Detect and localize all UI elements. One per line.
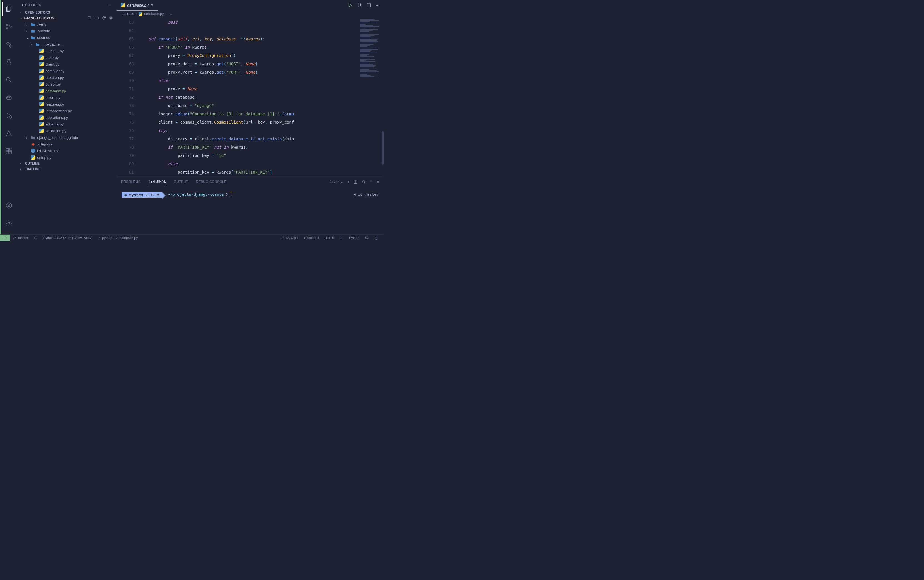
prompt-branch: ◀ ⎇ master (353, 192, 379, 196)
file-schema-py[interactable]: schema.py (18, 121, 117, 127)
folder-icon (31, 135, 36, 140)
file-tree: ›.venv›.vscode⌄cosmos›__pycache____init_… (16, 21, 117, 161)
folder-cosmos[interactable]: ⌄cosmos (18, 34, 117, 41)
file-compiler-py[interactable]: compiler.py (18, 68, 117, 74)
more-icon[interactable]: ⋯ (376, 3, 380, 8)
azure-icon[interactable] (2, 127, 16, 140)
minimap-scrollbar[interactable] (381, 131, 384, 165)
file---init---py[interactable]: __init__.py (18, 48, 117, 54)
source-control-icon[interactable] (2, 20, 16, 33)
breadcrumb[interactable]: cosmos › database.py › … (117, 11, 384, 18)
file-operations-py[interactable]: operations.py (18, 114, 117, 121)
status-diagnostics[interactable]: ✓ python | ✓ database.py (95, 236, 140, 240)
status-branch[interactable]: master (10, 236, 31, 240)
new-folder-icon[interactable] (94, 16, 99, 20)
account-icon[interactable] (2, 199, 16, 212)
svg-point-7 (7, 77, 10, 81)
explorer-icon[interactable] (2, 2, 16, 16)
python-icon (39, 88, 44, 93)
python-icon (39, 108, 44, 113)
remote-indicator[interactable] (0, 235, 10, 241)
svg-rect-14 (9, 151, 12, 154)
file-database-py[interactable]: database.py (18, 87, 117, 94)
file-cursor-py[interactable]: cursor.py (18, 81, 117, 87)
status-bell-icon[interactable] (371, 236, 381, 240)
file--gitignore[interactable]: ◆.gitignore (18, 141, 117, 147)
open-editors-section[interactable]: › OPEN EDITORS (16, 10, 117, 15)
file-errors-py[interactable]: errors.py (18, 94, 117, 101)
svg-point-26 (13, 237, 14, 237)
tab-database-py[interactable]: database.py ✕ (117, 0, 158, 11)
run-icon[interactable] (347, 3, 352, 8)
settings-group-icon[interactable] (2, 38, 16, 51)
panel-tab-problems[interactable]: PROBLEMS (121, 178, 140, 185)
breadcrumb-folder[interactable]: cosmos (122, 12, 134, 16)
file-client-py[interactable]: client.py (18, 61, 117, 68)
file-label: operations.py (46, 115, 68, 120)
minimap[interactable] (359, 18, 384, 176)
split-terminal-icon[interactable] (353, 180, 358, 184)
status-eol[interactable]: LF (337, 236, 346, 240)
file-base-py[interactable]: base.py (18, 54, 117, 61)
terminal[interactable]: ✱ system 2.7.15 ~/projects/django-cosmos… (117, 185, 384, 234)
file-features-py[interactable]: features.py (18, 101, 117, 107)
status-interpreter[interactable]: Python 3.8.2 64-bit ('.venv': venv) (41, 236, 95, 240)
folder--vscode[interactable]: ›.vscode (18, 28, 117, 34)
status-lang[interactable]: Python (346, 236, 362, 240)
bottom-panel: PROBLEMS TERMINAL OUTPUT DEBUG CONSOLE 1… (117, 176, 384, 234)
terminal-cursor (230, 192, 232, 197)
copilot-icon[interactable] (2, 91, 16, 104)
svg-rect-19 (88, 16, 90, 19)
folder--venv[interactable]: ›.venv (18, 21, 117, 28)
svg-rect-21 (111, 18, 112, 20)
status-encoding[interactable]: UTF-8 (322, 236, 337, 240)
search-icon[interactable] (2, 73, 16, 87)
testing-icon[interactable] (2, 56, 16, 69)
info-icon: i (31, 148, 36, 153)
outline-section[interactable]: ›OUTLINE (16, 161, 117, 166)
panel-tab-output[interactable]: OUTPUT (174, 178, 188, 185)
file-label: schema.py (46, 122, 64, 126)
status-feedback-icon[interactable] (362, 236, 371, 240)
file-creation-py[interactable]: creation.py (18, 74, 117, 81)
status-spaces[interactable]: Spaces: 4 (301, 236, 322, 240)
folder-django-cosmos-egg-info[interactable]: ›django_cosmos.egg-info (18, 134, 117, 141)
file-label: __init__.py (46, 49, 64, 53)
file-setup-py[interactable]: setup.py (18, 154, 117, 161)
python-icon (139, 12, 142, 16)
file-validation-py[interactable]: validation.py (18, 127, 117, 134)
run-debug-icon[interactable] (2, 109, 16, 122)
new-file-icon[interactable] (87, 16, 92, 20)
code-area[interactable]: pass def connect(self, url, key, databas… (139, 18, 359, 176)
new-terminal-icon[interactable]: + (347, 180, 350, 184)
status-sync-icon[interactable] (31, 236, 41, 240)
tab-filename: database.py (127, 3, 148, 8)
folder---pycache--[interactable]: ›__pycache__ (18, 41, 117, 48)
sidebar-more-icon[interactable]: ⋯ (108, 3, 111, 7)
breadcrumb-more[interactable]: … (168, 12, 172, 16)
prompt-badge: ✱ system 2.7.15 (122, 192, 162, 198)
close-panel-icon[interactable]: ✕ (376, 180, 380, 184)
collapse-icon[interactable] (109, 16, 113, 20)
refresh-icon[interactable] (102, 16, 106, 20)
gear-icon[interactable] (2, 217, 16, 230)
file-label: database.py (46, 89, 66, 93)
close-tab-icon[interactable]: ✕ (150, 3, 154, 8)
status-cursor[interactable]: Ln 12, Col 1 (278, 236, 302, 240)
breadcrumb-file[interactable]: database.py (144, 12, 164, 16)
editor[interactable]: 63646566676869707172737475767778798081 p… (117, 18, 384, 176)
svg-point-18 (8, 222, 10, 224)
extensions-icon[interactable] (2, 144, 16, 158)
panel-tab-debug[interactable]: DEBUG CONSOLE (196, 178, 227, 185)
split-editor-icon[interactable] (366, 3, 371, 8)
file-readme-md[interactable]: iREADME.md (18, 147, 117, 154)
timeline-section[interactable]: ›TIMELINE (16, 166, 117, 172)
terminal-selector[interactable]: 1: zsh ⌄ (330, 180, 343, 184)
trash-icon[interactable] (361, 180, 366, 184)
file-introspection-py[interactable]: introspection.py (18, 107, 117, 114)
chevron-up-icon[interactable]: ⌃ (370, 180, 373, 184)
git-compare-icon[interactable] (357, 3, 362, 8)
workspace-header[interactable]: ⌄ DJANGO-COSMOS (16, 15, 117, 21)
file-label: README.md (37, 149, 59, 153)
panel-tab-terminal[interactable]: TERMINAL (148, 178, 166, 185)
